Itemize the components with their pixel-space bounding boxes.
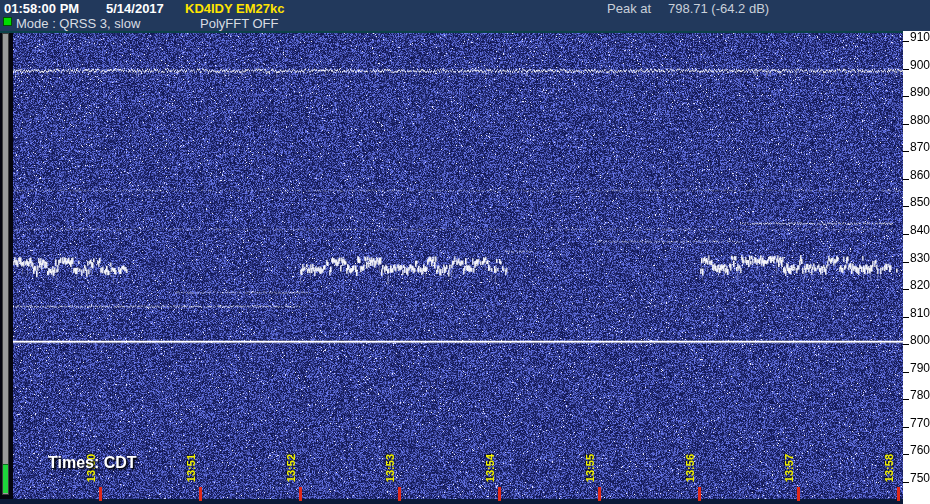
freq-tick-mark xyxy=(903,41,909,42)
freq-tick-mark xyxy=(903,124,909,125)
status-led-icon xyxy=(3,17,12,26)
freq-tick-label: 890 xyxy=(910,86,930,98)
freq-tick-label: 860 xyxy=(910,169,930,181)
freq-tick-mark xyxy=(903,69,909,70)
freq-tick-label: 820 xyxy=(910,279,930,291)
status-bar: 01:58:00 PM 5/14/2017 KD4IDY EM27kc Peak… xyxy=(0,0,930,31)
freq-tick-mark xyxy=(903,372,909,373)
level-meter-fill xyxy=(3,464,8,493)
peak-at-label: Peak at xyxy=(607,1,651,16)
freq-tick-mark xyxy=(903,427,909,428)
freq-tick-label: 760 xyxy=(910,444,930,456)
freq-tick-label: 910 xyxy=(910,31,930,43)
freq-tick-mark xyxy=(903,454,909,455)
freq-tick-mark xyxy=(903,234,909,235)
freq-tick-label: 810 xyxy=(910,307,930,319)
frequency-scale: 9109008908808708608508408308208108007907… xyxy=(903,31,930,504)
freq-tick-label: 900 xyxy=(910,59,930,71)
status-bar-row-2: Mode : QRSS 3, slow PolyFFT OFF xyxy=(0,16,930,31)
freq-tick-mark xyxy=(903,289,909,290)
mode-label: Mode : QRSS 3, slow xyxy=(16,16,140,31)
freq-tick-label: 880 xyxy=(910,114,930,126)
freq-tick-mark xyxy=(903,317,909,318)
freq-tick-mark xyxy=(903,482,909,483)
freq-tick-mark xyxy=(903,151,909,152)
peak-readout: 798.71 (-64.2 dB) xyxy=(668,1,769,16)
spectrogram-area: 9109008908808708608508408308208108007907… xyxy=(0,31,930,504)
freq-tick-mark xyxy=(903,179,909,180)
times-zone-label: Times: CDT xyxy=(48,454,137,472)
freq-tick-mark xyxy=(903,344,909,345)
level-meter xyxy=(2,33,9,495)
freq-tick-mark xyxy=(903,206,909,207)
freq-tick-label: 780 xyxy=(910,389,930,401)
spectrogram-canvas xyxy=(0,31,930,504)
freq-tick-label: 750 xyxy=(910,472,930,484)
clock-date: 5/14/2017 xyxy=(106,1,164,16)
freq-tick-mark xyxy=(903,399,909,400)
freq-tick-label: 850 xyxy=(910,196,930,208)
status-bar-row-1: 01:58:00 PM 5/14/2017 KD4IDY EM27kc Peak… xyxy=(0,1,930,17)
clock-time: 01:58:00 PM xyxy=(4,1,79,16)
qrss-grabber-window: 01:58:00 PM 5/14/2017 KD4IDY EM27kc Peak… xyxy=(0,0,930,504)
freq-tick-label: 830 xyxy=(910,252,930,264)
polyfft-label: PolyFFT OFF xyxy=(200,16,278,31)
freq-tick-label: 800 xyxy=(910,334,930,346)
freq-tick-mark xyxy=(903,96,909,97)
freq-tick-label: 870 xyxy=(910,141,930,153)
freq-tick-label: 770 xyxy=(910,417,930,429)
freq-tick-mark xyxy=(903,262,909,263)
freq-tick-label: 840 xyxy=(910,224,930,236)
freq-tick-label: 790 xyxy=(910,362,930,374)
callsign-grid: KD4IDY EM27kc xyxy=(185,1,284,16)
